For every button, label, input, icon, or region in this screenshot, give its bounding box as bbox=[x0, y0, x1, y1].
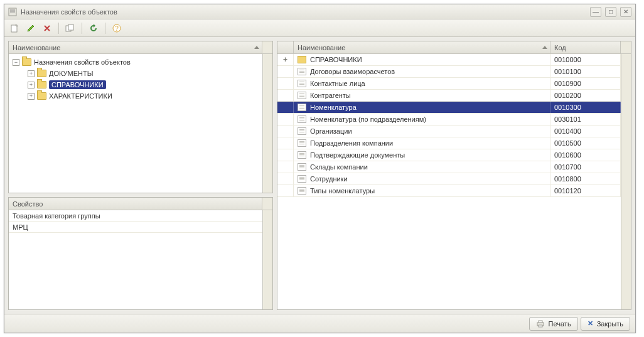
grid-cell-name: Подразделения компании bbox=[294, 137, 550, 149]
grid-row[interactable]: +СПРАВОЧНИКИ0010000 bbox=[277, 54, 621, 66]
toolbar-help-button[interactable]: ? bbox=[109, 21, 124, 35]
expander-icon[interactable]: + bbox=[28, 70, 35, 77]
scroll-spacer bbox=[262, 198, 272, 210]
grid-scrollbar[interactable] bbox=[621, 54, 631, 309]
property-label: МРЦ bbox=[13, 223, 28, 231]
properties-scrollbar[interactable] bbox=[262, 210, 272, 309]
tree-item-directories[interactable]: + СПРАВОЧНИКИ bbox=[10, 79, 261, 90]
grid-cell-name: Подтверждающие документы bbox=[294, 149, 550, 161]
tree-header: Наименование bbox=[9, 41, 272, 54]
grid-cell-mark bbox=[277, 126, 294, 137]
folder-icon bbox=[37, 92, 46, 100]
close-icon: ✕ bbox=[588, 319, 593, 328]
item-icon bbox=[298, 80, 306, 87]
grid-cell-code: 0010500 bbox=[550, 137, 621, 149]
item-icon bbox=[298, 139, 306, 147]
item-icon bbox=[298, 151, 306, 159]
expander-icon[interactable]: + bbox=[28, 93, 35, 100]
properties-body[interactable]: Товарная категория группы МРЦ bbox=[9, 210, 262, 309]
tree-item-label: ХАРАКТЕРИСТИКИ bbox=[49, 92, 112, 100]
item-icon bbox=[298, 175, 306, 183]
toolbar-edit-button[interactable] bbox=[23, 21, 38, 35]
grid-cell-code: 0010800 bbox=[550, 173, 621, 185]
grid-row[interactable]: Склады компании0010700 bbox=[277, 161, 621, 173]
tree-item-documents[interactable]: + ДОКУМЕНТЫ bbox=[10, 68, 261, 79]
tree-root[interactable]: − Назначения свойств объектов bbox=[10, 56, 261, 68]
properties-header: Свойство bbox=[9, 198, 272, 210]
toolbar-separator bbox=[105, 23, 105, 34]
grid-cell-code: 0010600 bbox=[550, 149, 621, 161]
grid-cell-mark bbox=[277, 137, 294, 149]
svg-rect-1 bbox=[10, 9, 15, 11]
grid-row[interactable]: Номенклатура (по подразделениям)0030101 bbox=[277, 114, 621, 126]
grid-cell-name: Организации bbox=[294, 126, 550, 137]
scroll-spacer bbox=[262, 41, 272, 53]
tree-scrollbar[interactable] bbox=[262, 54, 272, 193]
print-label: Печать bbox=[549, 320, 571, 328]
item-icon bbox=[298, 127, 306, 135]
folder-icon bbox=[37, 70, 46, 77]
expander-icon[interactable]: − bbox=[13, 59, 19, 66]
tree-header-label[interactable]: Наименование bbox=[9, 41, 262, 53]
tree-body[interactable]: − Назначения свойств объектов + ДОКУМЕНТ… bbox=[9, 54, 262, 193]
grid-row[interactable]: Организации0010400 bbox=[277, 126, 621, 137]
svg-rect-9 bbox=[539, 321, 542, 323]
grid-cell-code: 0010100 bbox=[550, 66, 621, 77]
expander-icon[interactable]: + bbox=[28, 82, 35, 88]
grid-cell-name: Договоры взаиморасчетов bbox=[294, 66, 550, 77]
close-window-button[interactable]: ✕ bbox=[620, 7, 631, 17]
grid-cell-code: 0010700 bbox=[550, 161, 621, 173]
grid-cell-name: Контактные лица bbox=[294, 78, 550, 89]
property-row[interactable]: Товарная категория группы bbox=[9, 210, 262, 222]
properties-panel: Свойство Товарная категория группы МРЦ bbox=[8, 197, 273, 310]
print-button[interactable]: Печать bbox=[529, 317, 578, 331]
property-row[interactable]: МРЦ bbox=[9, 222, 262, 233]
toolbar-copy-button[interactable] bbox=[63, 21, 78, 35]
grid-cell-code: 0010200 bbox=[550, 90, 621, 101]
grid-row[interactable]: Договоры взаиморасчетов0010100 bbox=[277, 66, 621, 78]
toolbar-delete-button[interactable] bbox=[40, 21, 55, 35]
grid-panel: Наименование Код +СПРАВОЧНИКИ0010000Дого… bbox=[277, 41, 631, 310]
grid-row[interactable]: Подтверждающие документы0010600 bbox=[277, 149, 621, 161]
item-icon bbox=[298, 92, 306, 99]
tree-root-label: Назначения свойств объектов bbox=[34, 58, 131, 66]
tree-item-label: ДОКУМЕНТЫ bbox=[49, 70, 93, 77]
grid-row[interactable]: Контактные лица0010900 bbox=[277, 78, 621, 90]
tree-item-characteristics[interactable]: + ХАРАКТЕРИСТИКИ bbox=[10, 90, 261, 102]
grid-cell-mark bbox=[277, 149, 294, 161]
grid-row[interactable]: Контрагенты0010200 bbox=[277, 90, 621, 102]
toolbar-separator bbox=[58, 23, 59, 34]
maximize-button[interactable]: □ bbox=[605, 7, 616, 17]
item-icon bbox=[298, 104, 306, 111]
grid-header: Наименование Код bbox=[277, 41, 631, 54]
grid-cell-mark bbox=[277, 161, 294, 173]
close-button[interactable]: ✕ Закрыть bbox=[581, 317, 630, 331]
grid-cell-code: 0010900 bbox=[550, 78, 621, 89]
grid-row[interactable]: Номенклатура0010300 bbox=[277, 102, 621, 114]
grid-cell-mark bbox=[277, 185, 294, 196]
grid-row[interactable]: Подразделения компании0010500 bbox=[277, 137, 621, 149]
toolbar-separator bbox=[82, 23, 82, 34]
grid-cell-mark: + bbox=[277, 54, 294, 65]
window: Назначения свойств объектов — □ ✕ ? bbox=[4, 4, 636, 333]
grid-cell-code: 0010400 bbox=[550, 126, 621, 137]
grid-cell-name: СПРАВОЧНИКИ bbox=[294, 54, 550, 65]
minimize-button[interactable]: — bbox=[590, 7, 601, 17]
grid-row[interactable]: Типы номенклатуры0010120 bbox=[277, 185, 621, 197]
grid-header-name[interactable]: Наименование bbox=[294, 41, 550, 53]
footer: Печать ✕ Закрыть bbox=[4, 314, 635, 333]
grid-cell-name: Номенклатура (по подразделениям) bbox=[294, 114, 550, 125]
grid-cell-code: 0010000 bbox=[550, 54, 621, 65]
grid-header-code[interactable]: Код bbox=[550, 41, 621, 53]
grid-cell-mark bbox=[277, 173, 294, 185]
folder-icon bbox=[298, 56, 306, 63]
grid-row[interactable]: Сотрудники0010800 bbox=[277, 173, 621, 185]
grid-header-mark[interactable] bbox=[277, 41, 294, 53]
properties-header-label[interactable]: Свойство bbox=[9, 198, 262, 210]
toolbar-new-button[interactable] bbox=[7, 21, 22, 35]
svg-text:?: ? bbox=[115, 25, 119, 32]
grid-cell-mark bbox=[277, 102, 294, 113]
grid-body[interactable]: +СПРАВОЧНИКИ0010000Договоры взаиморасчет… bbox=[277, 54, 621, 309]
toolbar-refresh-button[interactable] bbox=[86, 21, 101, 35]
svg-rect-2 bbox=[10, 11, 15, 13]
